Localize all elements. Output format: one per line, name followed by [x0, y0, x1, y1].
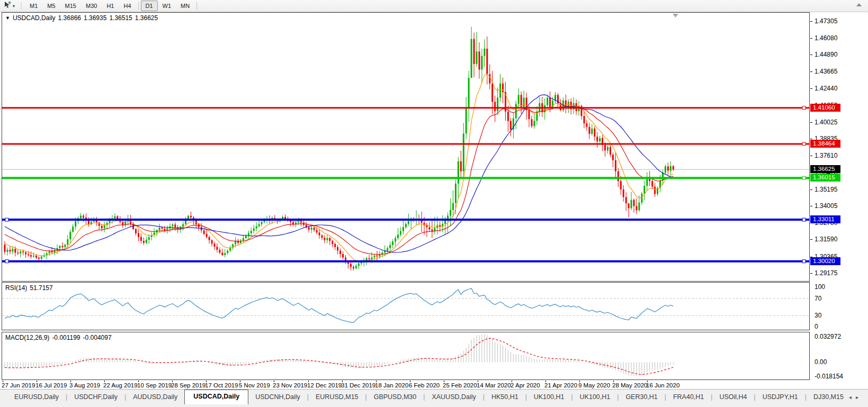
- horizontal-level-line[interactable]: [2, 260, 809, 263]
- rsi-plot[interactable]: [2, 283, 809, 330]
- macd-label: MACD(12,26,9)-0.001199-0.004097: [5, 334, 114, 341]
- tab-DJ30-M15[interactable]: DJ30,M15: [807, 391, 851, 404]
- price-axis-tick: [810, 139, 812, 139]
- rsi-indicator-pane[interactable]: RSI(14)51.7157: [2, 282, 810, 330]
- tab-EURUSD-Daily[interactable]: EURUSD,Daily: [7, 391, 66, 404]
- collapse-triangle-icon[interactable]: ▼: [5, 15, 10, 21]
- horizontal-level-line[interactable]: [2, 218, 809, 221]
- timeframe-button-H1[interactable]: H1: [102, 1, 119, 11]
- mt4-window: ▾ M1M5M15M30H1H4D1W1MN ▼USDCAD,Daily1.36…: [0, 0, 868, 407]
- rsi-label: RSI(14)51.7157: [5, 284, 56, 292]
- tab-scroll-left-icon[interactable]: ◂: [849, 394, 856, 400]
- chart-shift-marker[interactable]: [673, 14, 678, 17]
- price-tick-label: 1.40025: [815, 119, 837, 126]
- tab-scroll-right-icon[interactable]: ▸: [856, 394, 863, 400]
- tab-USOil-H4[interactable]: USOil,H4: [712, 391, 754, 404]
- rsi-value: 51.7157: [30, 284, 52, 292]
- tab-HK50-H1[interactable]: HK50,H1: [485, 391, 525, 404]
- cursor-arrow-icon: [4, 1, 11, 11]
- timeframe-button-H4[interactable]: H4: [119, 1, 136, 11]
- tab-AUDUSD-Daily[interactable]: AUDUSD,Daily: [126, 391, 184, 404]
- price-tick-label: 1.35195: [815, 186, 837, 193]
- date-label: 9 May 2020: [578, 382, 610, 388]
- level-price-badge: 1.30020: [810, 257, 840, 265]
- level-price-badge: 1.38464: [810, 140, 840, 148]
- toolbar-overflow-icon[interactable]: [856, 3, 862, 6]
- tab-FRA40-H1[interactable]: FRA40,H1: [666, 391, 711, 404]
- timeframe-button-M1[interactable]: M1: [25, 1, 42, 11]
- ohlc-high: 1.36935: [84, 14, 106, 22]
- price-axis-tick: [810, 156, 812, 156]
- price-axis-tick: [810, 71, 812, 72]
- date-label: 23 Nov 2019: [273, 382, 307, 388]
- toolbar-separator: [196, 2, 197, 10]
- date-label: 25 Feb 2020: [443, 382, 477, 388]
- timeframe-button-W1[interactable]: W1: [158, 1, 176, 11]
- horizontal-level-line[interactable]: [2, 176, 809, 179]
- price-axis-tick: [810, 239, 812, 240]
- macd-indicator-pane[interactable]: MACD(12,26,9)-0.001199-0.004097: [2, 332, 810, 380]
- price-tick-label: 1.31590: [815, 236, 837, 243]
- ohlc-close: 1.36625: [135, 14, 158, 22]
- candlestick-chart[interactable]: [2, 13, 809, 281]
- tab-USDJPY-H1[interactable]: USDJPY,H1: [756, 391, 805, 404]
- timeframe-button-M30[interactable]: M30: [81, 1, 102, 11]
- level-price-badge: 1.33011: [810, 215, 840, 223]
- timeframe-button-M15[interactable]: M15: [60, 1, 81, 11]
- main-chart-pane[interactable]: ▼USDCAD,Daily1.368661.369351.365151.3662…: [2, 12, 810, 282]
- timeframe-button-D1[interactable]: D1: [141, 1, 158, 11]
- tab-GER30-H1[interactable]: GER30,H1: [619, 391, 664, 404]
- level-price-badge: 1.41060: [810, 104, 840, 112]
- date-label: 28 May 2020: [612, 382, 648, 388]
- macd-tick-label: -0.018154: [815, 373, 843, 380]
- rsi-tick-label: 100: [815, 283, 825, 291]
- tab-GBPUSD-M30[interactable]: GBPUSD,M30: [367, 391, 424, 404]
- date-label: 21 Apr 2020: [544, 382, 577, 388]
- price-axis-tick: [810, 21, 812, 22]
- price-tick-label: 1.47305: [815, 17, 837, 25]
- price-axis[interactable]: 1.473051.460801.448901.436651.424401.412…: [810, 12, 868, 381]
- time-axis[interactable]: 27 Jun 201916 Jul 20193 Aug 201922 Aug 2…: [0, 381, 868, 389]
- date-label: 3 Aug 2019: [69, 382, 100, 388]
- date-label: 16 Jun 2020: [646, 382, 679, 388]
- horizontal-level-line[interactable]: [2, 142, 809, 146]
- chart-title: ▼USDCAD,Daily1.368661.369351.365151.3662…: [5, 14, 160, 22]
- date-label: 27 Jun 2019: [2, 382, 35, 388]
- toolbar-grip[interactable]: [20, 2, 23, 10]
- date-label: 5 Nov 2019: [239, 382, 270, 388]
- tab-USDCAD-Daily[interactable]: USDCAD,Daily: [184, 390, 248, 404]
- horizontal-level-line[interactable]: [2, 106, 809, 110]
- price-tick-label: 1.43665: [815, 68, 837, 75]
- date-label: 10 Sep 2019: [137, 382, 172, 388]
- toolbar-separator: [138, 2, 139, 10]
- tab-XAUUSD-Daily[interactable]: XAUUSD,Daily: [425, 391, 482, 404]
- date-label: 28 Sep 2019: [171, 382, 205, 388]
- macd-name: MACD(12,26,9): [5, 334, 49, 341]
- timeframe-button-M5[interactable]: M5: [42, 1, 60, 11]
- tab-EURUSD-M15[interactable]: EURUSD,M15: [309, 391, 365, 404]
- crosshair-tool-button[interactable]: ▾: [2, 0, 17, 12]
- tab-UK100-H1[interactable]: UK100,H1: [527, 391, 571, 404]
- price-tick-label: 1.46080: [815, 34, 837, 42]
- date-label: 17 Oct 2019: [205, 382, 238, 388]
- date-label: 22 Aug 2019: [103, 382, 138, 388]
- price-tick-label: 1.42440: [815, 85, 837, 92]
- price-axis-tick: [810, 189, 812, 190]
- rsi-tick-label: 0: [815, 323, 818, 330]
- price-axis-tick: [810, 206, 812, 206]
- price-tick-label: 1.34005: [815, 202, 837, 210]
- chart-tabs: EURUSD,Daily|USDCHF,Daily|AUDUSD,DailyUS…: [0, 390, 851, 404]
- timeframe-buttons: M1M5M15M30H1H4D1W1MN: [25, 1, 199, 11]
- price-axis-tick: [810, 273, 812, 274]
- tab-USDCHF-Daily[interactable]: USDCHF,Daily: [67, 391, 124, 404]
- rsi-name: RSI(14): [5, 284, 27, 292]
- date-label: 18 Jan 2020: [375, 382, 408, 388]
- price-tick-label: 1.44890: [815, 51, 837, 58]
- macd-plot[interactable]: [2, 332, 809, 379]
- macd-tick-label: 0.00: [815, 358, 827, 366]
- tab-UK100-H1[interactable]: UK100,H1: [573, 391, 618, 404]
- price-axis-tick: [810, 55, 812, 55]
- tab-USDCNH-Daily[interactable]: USDCNH,Daily: [248, 391, 307, 404]
- timeframe-button-MN[interactable]: MN: [176, 1, 194, 11]
- chart-title-symbol: USDCAD,Daily: [13, 14, 56, 22]
